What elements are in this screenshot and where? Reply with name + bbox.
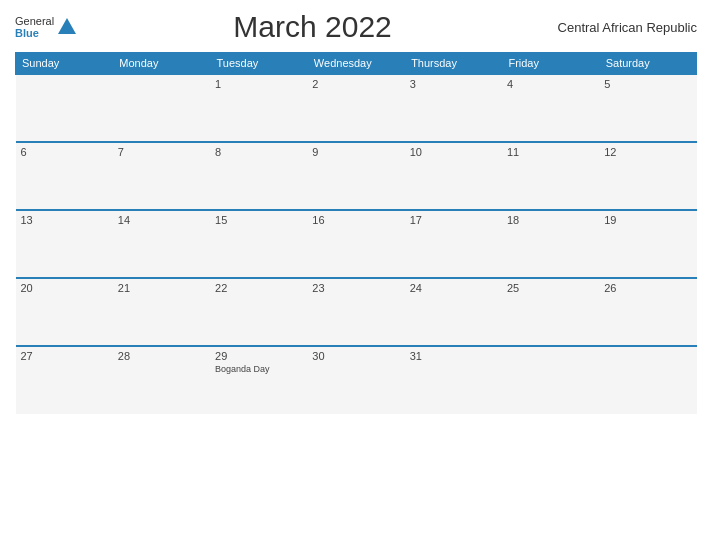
day-number: 26 — [604, 282, 691, 294]
calendar-title: March 2022 — [78, 10, 547, 44]
day-number: 4 — [507, 78, 594, 90]
week-row-2: 6789101112 — [16, 142, 697, 210]
logo-triangle-icon — [56, 16, 78, 38]
day-cell: 23 — [307, 278, 404, 346]
day-cell: 9 — [307, 142, 404, 210]
day-cell — [599, 346, 696, 414]
day-cell: 16 — [307, 210, 404, 278]
day-cell: 28 — [113, 346, 210, 414]
day-number: 18 — [507, 214, 594, 226]
day-number: 3 — [410, 78, 497, 90]
day-number: 11 — [507, 146, 594, 158]
day-cell: 18 — [502, 210, 599, 278]
holiday-label: Boganda Day — [215, 364, 302, 374]
calendar-table: Sunday Monday Tuesday Wednesday Thursday… — [15, 52, 697, 414]
day-number: 12 — [604, 146, 691, 158]
day-cell: 8 — [210, 142, 307, 210]
logo-general-text: General — [15, 15, 54, 27]
day-cell — [113, 74, 210, 142]
day-number: 1 — [215, 78, 302, 90]
day-cell — [502, 346, 599, 414]
day-cell: 29Boganda Day — [210, 346, 307, 414]
day-number: 31 — [410, 350, 497, 362]
day-number: 28 — [118, 350, 205, 362]
day-number: 5 — [604, 78, 691, 90]
day-cell: 11 — [502, 142, 599, 210]
day-cell: 22 — [210, 278, 307, 346]
day-cell: 2 — [307, 74, 404, 142]
week-row-1: 12345 — [16, 74, 697, 142]
day-cell: 15 — [210, 210, 307, 278]
weekday-header-row: Sunday Monday Tuesday Wednesday Thursday… — [16, 53, 697, 75]
day-number: 29 — [215, 350, 302, 362]
logo-blue-text: Blue — [15, 27, 54, 39]
day-number: 22 — [215, 282, 302, 294]
calendar-subtitle: Central African Republic — [547, 20, 697, 35]
day-number: 25 — [507, 282, 594, 294]
day-number: 16 — [312, 214, 399, 226]
day-number: 19 — [604, 214, 691, 226]
day-number: 20 — [21, 282, 108, 294]
day-cell: 12 — [599, 142, 696, 210]
header-wednesday: Wednesday — [307, 53, 404, 75]
day-cell: 27 — [16, 346, 113, 414]
day-cell: 1 — [210, 74, 307, 142]
day-number: 6 — [21, 146, 108, 158]
day-cell: 4 — [502, 74, 599, 142]
day-number: 7 — [118, 146, 205, 158]
day-number: 23 — [312, 282, 399, 294]
svg-marker-0 — [58, 18, 76, 34]
day-number: 30 — [312, 350, 399, 362]
logo: General Blue — [15, 15, 78, 39]
day-cell: 30 — [307, 346, 404, 414]
day-cell: 24 — [405, 278, 502, 346]
day-cell: 17 — [405, 210, 502, 278]
day-cell: 7 — [113, 142, 210, 210]
header-thursday: Thursday — [405, 53, 502, 75]
day-number: 8 — [215, 146, 302, 158]
day-cell: 25 — [502, 278, 599, 346]
day-cell: 13 — [16, 210, 113, 278]
day-number: 14 — [118, 214, 205, 226]
day-number: 17 — [410, 214, 497, 226]
day-cell: 19 — [599, 210, 696, 278]
day-number: 15 — [215, 214, 302, 226]
header-monday: Monday — [113, 53, 210, 75]
day-number: 9 — [312, 146, 399, 158]
calendar-container: General Blue March 2022 Central African … — [0, 0, 712, 550]
day-cell: 26 — [599, 278, 696, 346]
day-cell: 10 — [405, 142, 502, 210]
header-friday: Friday — [502, 53, 599, 75]
day-cell: 21 — [113, 278, 210, 346]
day-number: 13 — [21, 214, 108, 226]
day-cell: 14 — [113, 210, 210, 278]
day-cell: 31 — [405, 346, 502, 414]
header-tuesday: Tuesday — [210, 53, 307, 75]
day-number: 27 — [21, 350, 108, 362]
day-number: 10 — [410, 146, 497, 158]
day-cell — [16, 74, 113, 142]
week-row-5: 272829Boganda Day3031 — [16, 346, 697, 414]
day-number: 2 — [312, 78, 399, 90]
header-saturday: Saturday — [599, 53, 696, 75]
header-sunday: Sunday — [16, 53, 113, 75]
day-cell: 5 — [599, 74, 696, 142]
calendar-header: General Blue March 2022 Central African … — [15, 10, 697, 44]
day-number: 21 — [118, 282, 205, 294]
week-row-3: 13141516171819 — [16, 210, 697, 278]
day-number: 24 — [410, 282, 497, 294]
day-cell: 3 — [405, 74, 502, 142]
day-cell: 6 — [16, 142, 113, 210]
week-row-4: 20212223242526 — [16, 278, 697, 346]
day-cell: 20 — [16, 278, 113, 346]
